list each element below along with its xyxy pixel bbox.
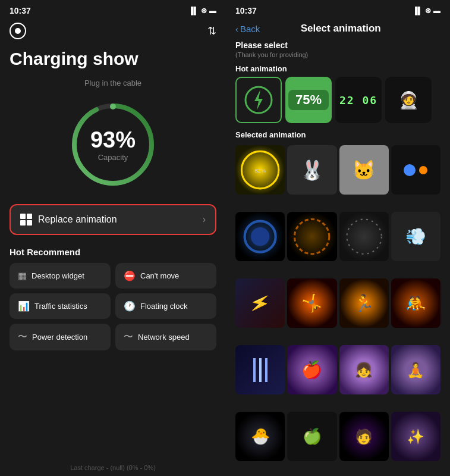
desktop-widget-button[interactable]: ▦ Desktop widget xyxy=(10,263,111,289)
replace-animation-button[interactable]: Replace animation › xyxy=(10,204,216,235)
desktop-widget-icon: ▦ xyxy=(18,270,27,281)
right-status-bar: 10:37 ▐▌ ⊛ ▬ xyxy=(226,0,450,18)
desktop-widget-label: Desktop widget xyxy=(32,271,84,280)
back-label: Back xyxy=(240,24,260,34)
hot-anim-2[interactable]: 75% xyxy=(285,77,332,123)
battery-percent-value: 93% xyxy=(90,127,136,153)
last-charge-text: Last charge - (null) (0% - 0%) xyxy=(0,459,226,476)
svg-point-2 xyxy=(110,104,116,109)
chevron-right-icon: › xyxy=(203,214,206,225)
hot-anim-4-inner: 🧑‍🚀 xyxy=(385,77,432,123)
right-header: ‹ Back Select animation xyxy=(226,18,450,38)
traffic-statistics-label: Traffic statistics xyxy=(34,302,87,311)
record-dot xyxy=(15,28,21,34)
feature-grid: ▦ Desktop widget ⛔ Can't move 📊 Traffic … xyxy=(0,259,226,354)
back-button[interactable]: ‹ Back xyxy=(235,24,260,34)
right-time: 10:37 xyxy=(235,6,257,15)
anim-item-9[interactable]: ⚡ xyxy=(235,278,285,328)
anim-item-10[interactable]: 🤸 xyxy=(287,278,336,328)
digital-display: 22 06 xyxy=(339,94,377,107)
settings-icon[interactable]: ⇅ xyxy=(207,24,216,37)
astronaut-display: 🧑‍🚀 xyxy=(398,90,419,110)
please-select-label: Please select xyxy=(226,38,450,51)
power-detection-label: Power detection xyxy=(32,333,87,342)
animation-grid-icon xyxy=(20,214,32,226)
network-speed-button[interactable]: 〜 Network speed xyxy=(115,324,216,350)
left-status-bar: 10:37 ▐▌ ⊛ ▬ xyxy=(0,0,226,18)
hot-anim-1-inner xyxy=(237,78,281,122)
anim-item-18[interactable]: 🍏 xyxy=(287,412,336,461)
network-speed-label: Network speed xyxy=(138,333,190,342)
network-speed-icon: 〜 xyxy=(124,331,133,343)
right-signal-icon: ▐▌ xyxy=(413,7,423,15)
right-wifi-icon: ⊛ xyxy=(425,7,431,15)
wifi-icon: ⊛ xyxy=(201,7,207,15)
left-panel: 10:37 ▐▌ ⊛ ▬ ⇅ Charging show Plug in the… xyxy=(0,0,226,476)
right-panel: 10:37 ▐▌ ⊛ ▬ ‹ Back Select animation Ple… xyxy=(226,0,450,476)
anim-item-8[interactable]: 💨 xyxy=(391,212,440,261)
traffic-statistics-icon: 📊 xyxy=(18,300,30,312)
svg-point-8 xyxy=(251,227,269,246)
back-chevron-icon: ‹ xyxy=(235,24,238,34)
svg-point-9 xyxy=(295,219,329,253)
hot-anim-3[interactable]: 22 06 xyxy=(335,77,382,123)
anim-item-16[interactable]: 🧘 xyxy=(391,345,440,394)
cant-move-icon: ⛔ xyxy=(124,270,136,281)
hot-anim-4[interactable]: 🧑‍🚀 xyxy=(385,77,432,123)
anim-item-14[interactable]: 🍎 xyxy=(287,345,336,394)
pct-display: 75% xyxy=(288,90,329,110)
thank-you-label: (Thank you for providing) xyxy=(226,51,450,62)
anim-item-1[interactable]: 82% xyxy=(235,145,285,195)
anim-item-11[interactable]: 🏃 xyxy=(339,278,389,328)
lightning-svg xyxy=(244,85,273,115)
battery-capacity-label: Capacity xyxy=(98,153,128,162)
right-battery-icon: ▬ xyxy=(433,7,440,15)
battery-icon: ▬ xyxy=(209,7,216,15)
record-button[interactable] xyxy=(10,23,26,39)
anim-item-2[interactable]: 🐰 xyxy=(287,145,336,195)
hot-recommend-label: Hot Recommend xyxy=(0,242,226,259)
anim-item-4[interactable] xyxy=(391,145,440,195)
svg-text:82%: 82% xyxy=(254,168,266,174)
signal-icon: ▐▌ xyxy=(188,7,199,15)
floating-clock-icon: 🕐 xyxy=(124,300,136,312)
app-title: Charging show xyxy=(0,44,226,69)
cant-move-label: Can't move xyxy=(140,271,179,280)
floating-clock-button[interactable]: 🕐 Floating clock xyxy=(115,293,216,319)
power-detection-icon: 〜 xyxy=(18,331,27,343)
hot-animations-row: 75% 22 06 🧑‍🚀 xyxy=(226,77,450,128)
left-status-icons: ▐▌ ⊛ ▬ xyxy=(188,7,216,15)
battery-circle-container: 93% Capacity xyxy=(0,97,226,192)
anim-item-20[interactable]: ✨ xyxy=(391,412,440,461)
hot-anim-3-inner: 22 06 xyxy=(335,77,382,123)
hot-animation-label: Hot animation xyxy=(226,62,450,77)
traffic-statistics-button[interactable]: 📊 Traffic statistics xyxy=(10,293,111,319)
anim-item-13[interactable] xyxy=(235,345,285,394)
anim-item-3[interactable]: 🐱 xyxy=(339,145,389,195)
cant-move-button[interactable]: ⛔ Can't move xyxy=(115,263,216,289)
anim-item-12[interactable]: 🤼 xyxy=(391,278,440,328)
hot-anim-1[interactable] xyxy=(235,77,282,123)
floating-clock-label: Floating clock xyxy=(140,302,187,311)
hot-anim-2-inner: 75% xyxy=(285,77,332,123)
selected-animation-label: Selected animation xyxy=(226,128,450,143)
anim-item-15[interactable]: 👧 xyxy=(339,345,389,394)
anim-item-19[interactable]: 🧑 xyxy=(339,412,389,461)
svg-point-10 xyxy=(347,219,381,253)
anim-item-17[interactable]: 🐣 xyxy=(235,412,285,461)
power-detection-button[interactable]: 〜 Power detection xyxy=(10,324,111,350)
orange-dot xyxy=(419,166,427,174)
replace-animation-left: Replace animation xyxy=(20,214,117,226)
page-title: Select animation xyxy=(265,23,417,35)
anim-item-7[interactable] xyxy=(339,212,389,261)
plug-subtitle: Plug in the cable xyxy=(0,79,226,87)
left-time: 10:37 xyxy=(10,6,31,15)
anim-item-5[interactable] xyxy=(235,212,285,261)
right-status-icons: ▐▌ ⊛ ▬ xyxy=(413,7,440,15)
top-controls: ⇅ xyxy=(0,18,226,44)
svg-marker-4 xyxy=(254,90,263,110)
animation-grid: 82% 🐰 🐱 xyxy=(226,145,450,476)
battery-text: 93% Capacity xyxy=(90,127,136,162)
blue-dot xyxy=(404,164,416,176)
anim-item-6[interactable] xyxy=(287,212,336,261)
